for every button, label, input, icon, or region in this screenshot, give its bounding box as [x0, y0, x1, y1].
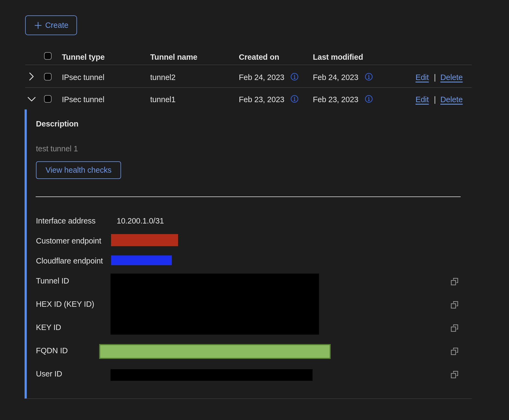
panel-bottom-divider: [25, 398, 472, 399]
expanded-row-indicator-bar: [25, 109, 27, 399]
delete-link[interactable]: Delete: [440, 73, 463, 82]
view-health-checks-label: View health checks: [45, 166, 111, 175]
expand-row-button[interactable]: [27, 72, 35, 81]
copy-icon: [450, 324, 459, 333]
created-on-cell: Feb 23, 2023: [239, 95, 284, 104]
field-label-fqdn-id: FQDN ID: [36, 346, 68, 355]
last-modified-cell: Feb 23, 2023: [313, 95, 359, 104]
copy-hex-id-button[interactable]: [450, 301, 459, 310]
last-modified-cell: Feb 24, 2023: [313, 73, 359, 82]
column-header-last-modified: Last modified: [313, 52, 363, 62]
fqdn-id-redaction: [99, 344, 331, 359]
copy-icon: [450, 301, 459, 310]
link-separator: |: [434, 73, 436, 82]
column-header-tunnel-type: Tunnel type: [62, 52, 105, 62]
field-label-hex-id: HEX ID (KEY ID): [36, 299, 94, 309]
copy-fqdn-id-button[interactable]: [450, 347, 459, 356]
header-divider: [25, 65, 472, 65]
tunnel-id-redaction: [110, 274, 319, 335]
field-label-cloudflare-endpoint: Cloudflare endpoint: [36, 256, 103, 265]
edit-link[interactable]: Edit: [416, 95, 429, 104]
tunnel-type-cell: IPsec tunnel: [62, 95, 104, 104]
create-button[interactable]: Create: [25, 15, 77, 35]
column-header-created-on: Created on: [239, 52, 279, 62]
ipsec-tunnels-page: Create Tunnel type Tunnel name Created o…: [0, 0, 509, 420]
copy-icon: [450, 347, 459, 356]
tunnel-type-cell: IPsec tunnel: [62, 73, 104, 82]
last-modified-info-icon[interactable]: [365, 95, 373, 103]
copy-icon: [450, 277, 459, 286]
create-button-label: Create: [45, 21, 68, 30]
row-checkbox[interactable]: [44, 95, 52, 103]
copy-key-id-button[interactable]: [450, 324, 459, 333]
copy-icon: [450, 370, 459, 379]
field-label-interface-address: Interface address: [36, 216, 96, 225]
copy-user-id-button[interactable]: [450, 370, 459, 379]
field-label-tunnel-id: Tunnel ID: [36, 276, 69, 285]
created-on-info-icon[interactable]: [291, 73, 298, 81]
description-heading: Description: [36, 119, 78, 128]
user-id-redaction: [110, 369, 313, 381]
chevron-down-icon: [27, 95, 36, 104]
row-divider: [25, 87, 472, 88]
row-checkbox[interactable]: [44, 73, 52, 81]
select-all-checkbox[interactable]: [44, 52, 52, 60]
field-value-interface-address: 10.200.1.0/31: [117, 216, 164, 225]
delete-link[interactable]: Delete: [440, 95, 463, 104]
column-header-tunnel-name: Tunnel name: [150, 52, 197, 62]
copy-tunnel-id-button[interactable]: [450, 277, 459, 286]
detail-divider: [36, 196, 461, 197]
view-health-checks-button[interactable]: View health checks: [36, 161, 121, 179]
field-label-customer-endpoint: Customer endpoint: [36, 236, 101, 245]
edit-link[interactable]: Edit: [416, 73, 429, 82]
collapse-row-button[interactable]: [27, 95, 36, 104]
customer-endpoint-redaction: [111, 234, 178, 246]
tunnel-name-cell: tunnel2: [150, 73, 176, 82]
cloudflare-endpoint-redaction: [111, 255, 172, 265]
chevron-right-icon: [27, 72, 35, 81]
description-value: test tunnel 1: [36, 144, 78, 153]
tunnel-name-cell: tunnel1: [150, 95, 176, 104]
plus-icon: [35, 22, 42, 29]
field-label-key-id: KEY ID: [36, 323, 61, 332]
last-modified-info-icon[interactable]: [365, 73, 373, 81]
field-label-user-id: User ID: [36, 369, 62, 378]
link-separator: |: [434, 95, 436, 104]
created-on-cell: Feb 24, 2023: [239, 73, 284, 82]
created-on-info-icon[interactable]: [291, 95, 298, 103]
